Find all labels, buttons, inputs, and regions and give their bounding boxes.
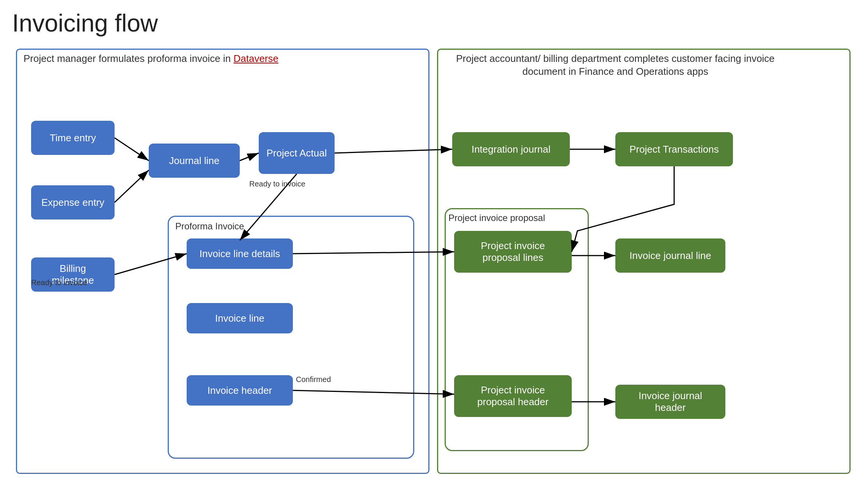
expense-entry-box: Expense entry	[31, 185, 115, 219]
page-title: Invoicing flow	[12, 9, 856, 37]
project-invoice-proposal-header-box: Project invoice proposal header	[454, 375, 572, 417]
time-entry-box: Time entry	[31, 121, 115, 155]
invoice-line-details-box: Invoice line details	[187, 238, 293, 269]
integration-journal-box: Integration journal	[452, 132, 570, 166]
ready-to-invoice-label-2: Ready to invoice	[31, 278, 87, 287]
project-invoice-proposal-lines-box: Project invoice proposal lines	[454, 231, 572, 273]
proposal-label: Project invoice proposal	[448, 212, 545, 224]
project-transactions-box: Project Transactions	[615, 132, 733, 166]
invoice-journal-header-box: Invoice journal header	[615, 385, 725, 419]
confirmed-label: Confirmed	[296, 375, 331, 384]
project-actual-box: Project Actual	[259, 132, 335, 174]
ready-to-invoice-label-1: Ready to invoice	[249, 180, 305, 188]
journal-line-box: Journal line	[149, 144, 240, 178]
proforma-label: Proforma Invoice	[175, 220, 244, 232]
invoice-journal-line-box: Invoice journal line	[615, 238, 725, 273]
invoice-header-box: Invoice header	[187, 375, 293, 406]
left-panel-label: Project manager formulates proforma invo…	[24, 52, 289, 65]
invoice-line-box: Invoice line	[187, 303, 293, 333]
right-panel-label: Project accountant/ billing department c…	[445, 52, 786, 78]
dataverse-link[interactable]: Dataverse	[233, 53, 278, 64]
diagram: Project manager formulates proforma invo…	[12, 45, 856, 480]
